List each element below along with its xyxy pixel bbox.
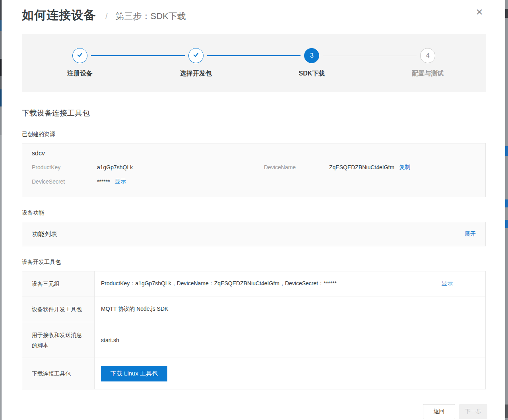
dialog-header: 如何连接设备 / 第三步：SDK下载 × [22, 0, 486, 34]
step-2-label: 选择开发包 [180, 70, 212, 78]
step-1-label: 注册设备 [67, 70, 93, 78]
stepper-connector-1 [91, 55, 185, 56]
step-4-label: 配置与测试 [412, 70, 444, 78]
device-functions-label: 设备功能 [22, 209, 486, 217]
script-row-value: start.sh [95, 322, 486, 358]
show-triple-secret-link[interactable]: 显示 [442, 280, 453, 287]
device-title: sdcv [32, 150, 476, 157]
table-row: 用于接收和发送消息的脚本 start.sh [22, 322, 486, 358]
step-3-label: SDK下载 [299, 70, 325, 78]
step-configure-test: 4 配置与测试 [370, 48, 486, 78]
wizard-stepper: 注册设备 选择开发包 3 SDK下载 4 配置与测试 [22, 34, 486, 92]
copy-device-name-link[interactable]: 复制 [399, 164, 410, 171]
device-triple-label: 设备三元组 [22, 271, 95, 296]
close-icon[interactable]: × [473, 6, 486, 18]
section-title-download-toolkit: 下载设备连接工具包 [22, 108, 486, 118]
show-device-secret-link[interactable]: 显示 [115, 178, 126, 185]
check-icon [76, 51, 83, 60]
function-list-row: 功能列表 展开 [22, 222, 486, 246]
device-name-label: DeviceName [264, 164, 329, 170]
stepper-connector-2 [207, 55, 301, 56]
created-resources-panel: sdcv ProductKey a1gGp7shQLk DeviceName Z… [22, 143, 486, 197]
connect-device-dialog: 如何连接设备 / 第三步：SDK下载 × 注册设备 [2, 0, 505, 420]
device-secret-field: DeviceSecret ****** 显示 [32, 174, 264, 189]
table-row: 下载连接工具包 下载 Linux 工具包 [22, 358, 486, 389]
device-secret-label: DeviceSecret [32, 178, 97, 185]
step-2-circle [188, 48, 204, 63]
table-row: 设备三元组 ProductKey：a1gGp7shQLk，DeviceName：… [22, 271, 486, 296]
product-key-label: ProductKey [32, 164, 97, 170]
step-4-circle: 4 [420, 48, 435, 63]
step-3-circle: 3 [304, 48, 319, 63]
download-toolkit-row-label: 下载连接工具包 [22, 358, 95, 389]
expand-link[interactable]: 展开 [465, 230, 476, 238]
step-select-package: 选择开发包 [138, 48, 254, 78]
product-key-value: a1gGp7shQLk [97, 164, 133, 170]
table-row: 设备软件开发工具包 MQTT 协议的 Node.js SDK [22, 296, 486, 322]
script-row-label: 用于接收和发送消息的脚本 [22, 322, 95, 358]
created-resources-label: 已创建的资源 [22, 131, 486, 138]
device-toolkit-label: 设备开发工具包 [22, 259, 486, 266]
dialog-footer: 返回 下一步 [423, 404, 487, 419]
device-triple-value: ProductKey：a1gGp7shQLk，DeviceName：ZqESQE… [101, 280, 337, 287]
back-button[interactable]: 返回 [423, 404, 455, 419]
page-title: 如何连接设备 [22, 7, 96, 23]
device-name-value: ZqESQEDZBNiuCt4eIGfm [329, 164, 394, 170]
device-name-field: DeviceName ZqESQEDZBNiuCt4eIGfm 复制 [264, 160, 476, 174]
device-secret-value: ****** [97, 178, 110, 185]
function-list-title: 功能列表 [32, 230, 57, 238]
sdk-row-value: MQTT 协议的 Node.js SDK [95, 296, 486, 322]
step-register-device: 注册设备 [22, 48, 138, 78]
stepper-connector-3 [323, 56, 417, 56]
step-1-circle [72, 48, 87, 63]
step-subtitle: 第三步：SDK下载 [116, 10, 186, 22]
underlying-page-right-sliver [505, 0, 508, 420]
check-icon [192, 51, 200, 60]
download-linux-toolkit-button[interactable]: 下载 Linux 工具包 [101, 366, 167, 381]
step-sdk-download: 3 SDK下载 [254, 48, 370, 78]
next-button-disabled[interactable]: 下一步 [459, 404, 487, 419]
sdk-row-label: 设备软件开发工具包 [22, 296, 95, 322]
breadcrumb-separator: / [105, 12, 108, 21]
toolkit-table: 设备三元组 ProductKey：a1gGp7shQLk，DeviceName：… [22, 271, 486, 389]
product-key-field: ProductKey a1gGp7shQLk [32, 160, 264, 174]
